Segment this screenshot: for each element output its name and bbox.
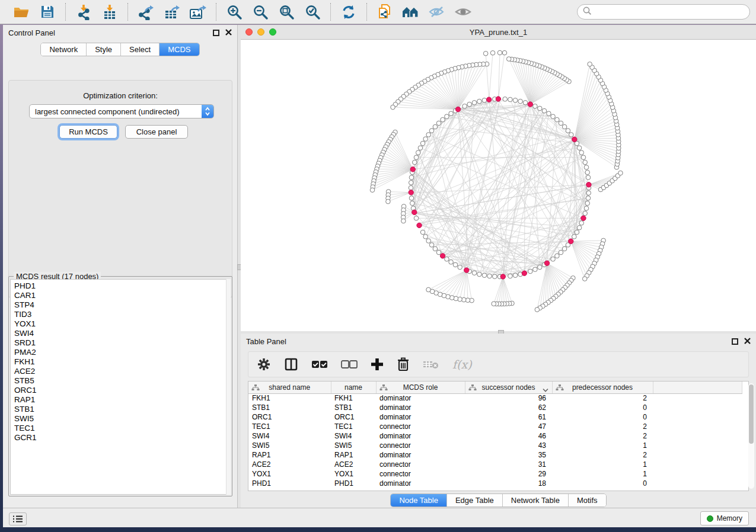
table-row[interactable]: ACE2ACE2connector311 [248,460,742,469]
export-network-button[interactable] [135,2,157,21]
mcds-result-item[interactable]: SWI4 [14,329,230,338]
mcds-result-item[interactable]: CAR1 [14,291,230,300]
cell: 96 [465,393,552,403]
duplicate-network-button[interactable] [374,2,395,21]
table-settings-button[interactable] [257,357,271,371]
table-scrollbar-thumb[interactable] [749,384,754,444]
cell: SWI5 [248,441,331,450]
close-table-panel-icon[interactable] [744,337,751,346]
cell: YOX1 [248,469,331,479]
close-panel-button[interactable]: Close panel [125,125,188,139]
search-box[interactable] [577,4,750,20]
control-panel-header: Control Panel [3,25,237,40]
export-image-button[interactable] [187,2,209,21]
zoom-out-button[interactable] [250,2,271,21]
tab-network[interactable]: Network [41,43,87,56]
cell: TEC1 [331,422,376,431]
table-row[interactable]: ORC1ORC1dominator610 [248,412,742,422]
cell: 2 [552,393,653,403]
optimization-criterion-select[interactable]: largest connected component (undirected) [29,104,214,118]
table-row[interactable]: TEC1TEC1connector472 [248,422,742,431]
mcds-result-scrollbar[interactable] [226,279,231,495]
mcds-result-item[interactable]: STB1 [14,405,230,414]
memory-label: Memory [717,514,742,523]
column-header-predecessor-nodes[interactable]: predecessor nodes [552,382,653,393]
table-row[interactable]: PHD1PHD1dominator180 [248,479,742,488]
mcds-result-item[interactable]: SRD1 [14,338,230,348]
delete-row-button[interactable] [397,357,410,371]
import-table-button[interactable] [99,2,120,21]
mcds-result-group: MCDS result (17 nodes) PHD1CAR1STP4TID3Y… [8,276,232,496]
table-type-tabs: Node TableEdge TableNetwork TableMotifs [390,493,606,507]
column-header-name[interactable]: name [331,382,376,393]
control-panel: Control Panel NetworkStyleSelectMCDS Opt… [3,25,238,508]
table-row[interactable]: SWI4SWI4dominator462 [248,431,742,441]
mcds-result-item[interactable]: STP4 [14,300,230,310]
cell: ORC1 [331,412,376,422]
close-panel-icon[interactable] [225,28,232,37]
float-table-panel-icon[interactable] [732,338,738,345]
zoom-selected-button[interactable] [302,2,323,21]
mcds-result-item[interactable]: TID3 [14,310,230,319]
deselect-all-button[interactable] [341,359,358,370]
run-mcds-button[interactable]: Run MCDS [59,125,117,139]
table-row[interactable]: YOX1YOX1connector291 [248,469,742,479]
hide-selected-button[interactable] [426,2,448,21]
mcds-result-item[interactable]: SWI5 [14,414,230,424]
mcds-result-item[interactable]: ORC1 [14,386,230,395]
cell: STB1 [331,403,376,412]
mcds-result-item[interactable]: PHD1 [14,281,230,291]
tab-motifs[interactable]: Motifs [569,494,606,507]
refresh-button[interactable] [338,2,359,21]
node-table: shared namenameMCDS rolesuccessor nodesp… [248,381,749,491]
cell: 0 [552,403,653,412]
export-table-button[interactable] [161,2,183,21]
tab-select[interactable]: Select [121,43,160,56]
tab-network-table[interactable]: Network Table [503,494,569,507]
column-header-successor-nodes[interactable]: successor nodes [465,382,552,393]
cell [653,469,742,479]
search-input[interactable] [595,7,744,17]
namespace-icon [468,384,477,393]
cell: connector [376,460,465,469]
add-row-button[interactable] [371,358,384,371]
cell: 46 [465,431,552,441]
automation-menu-button[interactable] [9,512,27,525]
tab-node-table[interactable]: Node Table [391,494,447,507]
mcds-result-item[interactable]: YOX1 [14,319,230,329]
columns-button[interactable] [284,357,298,371]
mcds-result-item[interactable]: FKH1 [14,357,230,367]
column-header-shared-name[interactable]: shared name [248,382,331,393]
table-row[interactable]: FKH1FKH1dominator962 [248,393,742,403]
network-canvas[interactable] [241,40,756,331]
mcds-result-item[interactable]: TEC1 [14,424,230,433]
table-row[interactable]: RAP1RAP1dominator352 [248,450,742,460]
open-button[interactable] [11,2,32,21]
table-row[interactable]: SWI5SWI5connector431 [248,441,742,450]
zoom-in-button[interactable] [224,2,245,21]
mcds-result-item[interactable]: GCR1 [14,433,230,443]
tab-style[interactable]: Style [87,43,121,56]
select-all-button[interactable] [311,359,328,370]
import-network-button[interactable] [73,2,94,21]
column-header-MCDS-role[interactable]: MCDS role [376,382,465,393]
mcds-result-list[interactable]: PHD1CAR1STP4TID3YOX1SWI4SRD1PMA2FKH1ACE2… [10,279,231,495]
mcds-result-item[interactable]: RAP1 [14,395,230,405]
mcds-result-item[interactable]: ACE2 [14,367,230,376]
tab-mcds[interactable]: MCDS [160,43,199,56]
show-all-button[interactable] [452,2,474,21]
mcds-result-item[interactable]: STB5 [14,376,230,386]
zoom-fit-button[interactable] [276,2,297,21]
table-row[interactable]: STB1STB1dominator620 [248,403,742,412]
table-scrollbar[interactable] [748,383,754,489]
save-button[interactable] [37,2,58,21]
mcds-result-item[interactable]: PMA2 [14,348,230,357]
cell: 2 [552,422,653,431]
network-window-titlebar: YPA_prune.txt_1 [241,25,756,40]
first-neighbors-button[interactable] [400,2,422,21]
memory-button[interactable]: Memory [700,511,749,525]
float-panel-icon[interactable] [213,30,219,36]
cell: connector [376,469,465,479]
tab-edge-table[interactable]: Edge Table [447,494,503,507]
cell [653,403,742,412]
